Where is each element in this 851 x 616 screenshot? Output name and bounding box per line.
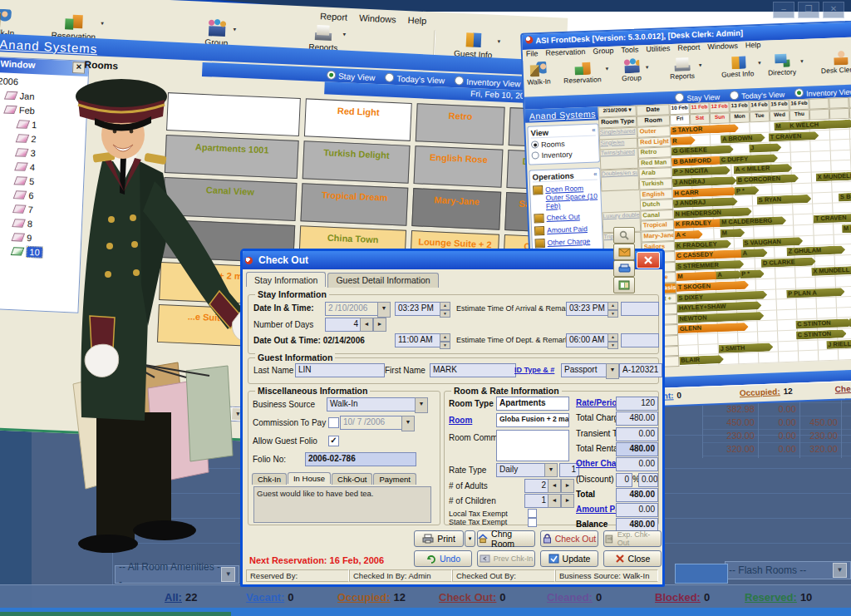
room-tile-turkish-delight[interactable]: Turkish Delight (303, 140, 411, 184)
allow-guest-folio-checkbox[interactable]: ✓ (328, 436, 339, 446)
chevron-down-icon[interactable]: ▾ (233, 27, 236, 33)
chevron-down-icon[interactable]: ▾ (342, 31, 346, 37)
tab-chk-out[interactable]: Chk-Out (332, 473, 372, 485)
chevron-down-icon[interactable]: ▾ (646, 64, 649, 71)
view-option-inventory-view[interactable]: Inventory View (455, 76, 521, 88)
chevron-down-icon[interactable]: ▼ (221, 567, 235, 582)
view-option-today-s-view[interactable]: Today's View (385, 72, 445, 85)
number-of-days-field[interactable]: 4 (325, 318, 362, 332)
value-total-rental[interactable]: 480.00 (616, 442, 658, 456)
room-tile-red-light[interactable]: Red Light (304, 98, 412, 141)
day-header-12-feb[interactable]: 12 Feb (709, 101, 729, 113)
value-amount-paid[interactable]: 0.00 (616, 503, 658, 517)
booking-bar-p[interactable]: P * (735, 186, 760, 195)
close-icon[interactable]: ✕ (823, 2, 844, 18)
state-tax-checkbox[interactable] (528, 518, 537, 527)
booking-bar-t-craven[interactable]: T CRAVEN (814, 213, 851, 224)
time-out-spinner[interactable]: ▲▼ (440, 333, 450, 349)
eta-remark-field[interactable] (621, 302, 659, 316)
commission-date-combo[interactable]: 10/ 7 /2006 (340, 416, 403, 430)
chevron-down-icon[interactable]: ▼ (401, 416, 415, 431)
id-number-field[interactable]: A-120321 (619, 363, 662, 377)
value-other-charges[interactable]: 0.00 (616, 457, 658, 471)
booking-bar-j-rielly[interactable]: J RIELLY (826, 338, 851, 348)
view-option-today-s-view[interactable]: Today's View (730, 88, 785, 101)
chevron-down-icon[interactable]: ▾ (497, 38, 500, 45)
counter-check-out[interactable]: Check Out:0 (439, 591, 506, 604)
close-button[interactable]: Close (603, 550, 662, 567)
toolbar-reports[interactable]: Reports▾ (669, 56, 695, 81)
decrement-button[interactable]: ◄ (548, 494, 561, 508)
menu-item-file[interactable]: File (526, 49, 539, 61)
menu-item-windows[interactable]: Windows (359, 12, 396, 24)
menu-item-report[interactable]: Report (320, 11, 348, 22)
chevron-down-icon[interactable]: ▾ (605, 66, 608, 72)
magnifier-icon[interactable] (613, 227, 635, 244)
day-header-11-feb[interactable]: 11 Feb (689, 102, 709, 114)
time-in-spinner[interactable]: ▲▼ (440, 302, 450, 318)
booking-bar-a[interactable]: A (740, 249, 767, 258)
tab-stay-information[interactable]: Stay Information (246, 272, 326, 287)
operation-check-out[interactable]: Check Out (534, 212, 598, 224)
day-header-13-feb[interactable]: 13 Feb (729, 101, 749, 112)
room-comment-field[interactable] (496, 430, 569, 461)
toolbar-guest-info[interactable]: Guest Info▾ (454, 30, 494, 60)
operation-other-charge[interactable]: Other Charge (535, 237, 600, 249)
check-out-button[interactable]: Check Out (540, 530, 598, 547)
room-tile-mary-jane[interactable]: Mary-Jane (411, 188, 501, 230)
view-option-stay-view[interactable]: Stay View (327, 70, 376, 82)
toolbar-directory[interactable]: Directory▾ (767, 52, 796, 76)
counter-check-out[interactable]: Check Out:0 (835, 382, 851, 393)
local-tax-checkbox[interactable] (528, 509, 537, 518)
chevron-down-icon[interactable]: ▼ (377, 302, 391, 318)
counter-occupied[interactable]: Occupied:12 (337, 591, 406, 604)
day-header[interactable] (809, 98, 829, 110)
chevron-down-icon[interactable]: ▼ (415, 397, 428, 413)
room-link[interactable]: Room (449, 416, 472, 425)
room-amenities-dropdown[interactable]: -- All Room Amenities -- ▼ (115, 565, 239, 584)
booking-bar-r[interactable]: R (671, 136, 696, 145)
undo-button[interactable]: Undo (414, 550, 472, 567)
counter-all[interactable]: All:22 (165, 591, 197, 604)
flash-rooms-dropdown[interactable]: -- Flash Rooms -- ▼ (725, 561, 851, 579)
booking-bar-p[interactable]: P * (740, 269, 765, 278)
scanner-icon[interactable] (613, 260, 635, 277)
discount-value-field[interactable]: 0.00 (638, 473, 658, 487)
counter-vacant[interactable]: Vacant:0 (246, 591, 293, 604)
menu-item-help[interactable]: Help (745, 41, 761, 52)
booking-bar-m[interactable]: M (720, 229, 745, 238)
tab-in-house[interactable]: In House (288, 472, 331, 484)
room-tile-retro[interactable]: Retro (416, 103, 505, 145)
value-rate-period[interactable]: 120 (616, 397, 658, 411)
first-name-field[interactable]: MARK (430, 363, 516, 377)
chevron-down-icon[interactable]: ▾ (800, 58, 804, 65)
toolbar-reservation[interactable]: Reservation▾ (563, 59, 601, 85)
update-button[interactable]: Update (540, 550, 598, 567)
menu-item-group[interactable]: Group (593, 47, 613, 58)
toolbar-walk-in[interactable]: Walk-In (526, 62, 551, 86)
chevron-down-icon[interactable]: ▼ (544, 463, 558, 477)
toolbar-guest-info[interactable]: Guest Info▾ (721, 53, 754, 78)
counter-reserved[interactable]: Reserved:10 (745, 591, 812, 604)
album-icon[interactable] (613, 277, 635, 293)
id-type-link[interactable]: ID Type & # (514, 366, 554, 374)
minimize-icon[interactable]: – (773, 2, 794, 18)
booking-bar-m-driver[interactable]: M DRIVER (842, 224, 851, 234)
date-in-field[interactable]: 2 /10/2006 (325, 302, 378, 316)
rate-type-combo[interactable]: Daily (496, 463, 546, 477)
etd-field[interactable]: 06:00 AM (566, 333, 609, 347)
counter-occupied[interactable]: Occupied:12 (740, 387, 793, 397)
booking-bar-s-bowen[interactable]: S BOWEN (839, 192, 851, 202)
toolbar-group[interactable]: Group▾ (621, 57, 642, 82)
booking-bar-a[interactable]: A (716, 270, 742, 279)
id-type-combo[interactable]: Passport (561, 363, 608, 377)
day-header[interactable] (829, 97, 849, 109)
close-icon[interactable] (637, 252, 660, 269)
eta-spinner[interactable]: ▲▼ (608, 302, 618, 318)
value-total[interactable]: 480.00 (616, 488, 658, 502)
commission-checkbox[interactable] (328, 417, 339, 428)
view-option-rooms[interactable]: Rooms (531, 139, 596, 150)
adults-field[interactable]: 2 (524, 479, 549, 493)
view-option-stay-view[interactable]: Stay View (675, 91, 720, 102)
increment-button[interactable]: ► (561, 479, 574, 493)
